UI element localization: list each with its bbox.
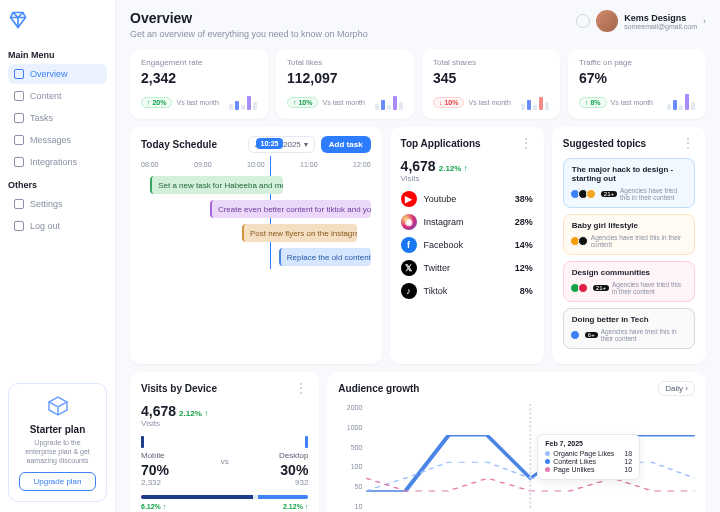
nav-icon (14, 221, 24, 231)
growth-title: Audience growth (338, 383, 419, 394)
mobile-count: 2,332 (141, 478, 211, 487)
topics-title: Suggested topics (563, 138, 646, 149)
page-subtitle: Get an overview of everything you need t… (130, 29, 368, 39)
visits-title: Visits by Device (141, 383, 217, 394)
desktop-pct: 30% (239, 462, 309, 478)
schedule-task[interactable]: Set a new task for Habeeba and message h… (150, 176, 283, 194)
app-row[interactable]: ◉Instagram28% (401, 214, 533, 230)
top-apps-sub: Visits (401, 174, 533, 183)
desktop-label: Desktop (239, 451, 309, 460)
trend-pill: ↑ 20% (141, 97, 172, 108)
twitter-icon: 𝕏 (401, 260, 417, 276)
avatar[interactable] (596, 10, 618, 32)
sidebar: Main Menu OverviewContentTasksMessagesIn… (0, 0, 116, 512)
sidebar-item-tasks[interactable]: Tasks (8, 108, 107, 128)
trend-pill: ↓ 10% (433, 97, 464, 108)
tiktok-icon: ♪ (401, 283, 417, 299)
sidebar-section-others: Others (8, 180, 107, 190)
schedule-task[interactable]: Post new flyers on the instagram page (242, 224, 357, 242)
today-schedule-card: Today Schedule Jan 12, 2025 ▾ Add task 0… (130, 127, 382, 364)
sidebar-item-overview[interactable]: Overview (8, 64, 107, 84)
app-logo (8, 10, 28, 30)
main-content: Overview Get an overview of everything y… (116, 0, 720, 512)
stat-card: Traffic on page67%↑ 8%Vs last month (568, 49, 706, 119)
nav-icon (14, 113, 24, 123)
header-user[interactable]: Kems Designs someemail@gmail.com › (576, 10, 706, 32)
more-icon[interactable]: ⋮ (682, 136, 695, 150)
time-marker: 10:25 (256, 138, 284, 149)
sidebar-item-integrations[interactable]: Integrations (8, 152, 107, 172)
nav-icon (14, 91, 24, 101)
vs-label: vs (221, 457, 229, 466)
growth-chart: 200010005001005010 Feb 7, 2025 Organic P… (338, 404, 695, 512)
desktop-foot: 2.12% ↑ (283, 503, 308, 510)
top-apps-delta: 2.12% ↑ (439, 164, 468, 173)
upgrade-plan-button[interactable]: Upgrade plan (19, 472, 96, 491)
add-task-button[interactable]: Add task (321, 136, 371, 153)
nav-icon (14, 69, 24, 79)
topic-card[interactable]: The major hack to design - starting out2… (563, 158, 695, 208)
trend-pill: ↑ 10% (287, 97, 318, 108)
facebook-icon: f (401, 237, 417, 253)
bell-icon[interactable] (576, 14, 590, 28)
stat-card: Total shares345↓ 10%Vs last month (422, 49, 560, 119)
instagram-icon: ◉ (401, 214, 417, 230)
mobile-pct: 70% (141, 462, 211, 478)
chart-tooltip: Feb 7, 2025 Organic Page Likes18Content … (537, 434, 640, 480)
schedule-title: Today Schedule (141, 139, 217, 150)
suggested-topics-card: Suggested topics ⋮ The major hack to des… (552, 127, 706, 364)
top-apps-value: 4,678 (401, 158, 436, 174)
upgrade-plan-card: Starter plan Upgrade to the enterprise p… (8, 383, 107, 502)
visits-by-device-card: Visits by Device ⋮ 4,678 2.12% ↑ Visits … (130, 372, 319, 512)
device-split-bar (141, 495, 308, 499)
topic-card[interactable]: Baby girl lifestyleAgencies have tried t… (563, 214, 695, 255)
page-title: Overview (130, 10, 368, 26)
sidebar-item-messages[interactable]: Messages (8, 130, 107, 150)
app-row[interactable]: ♪Tiktok8% (401, 283, 533, 299)
visits-sub: Visits (141, 419, 308, 428)
visits-value: 4,678 (141, 403, 176, 419)
period-selector[interactable]: Daily › (658, 381, 695, 396)
chevron-right-icon[interactable]: › (703, 16, 706, 26)
app-row[interactable]: ▶Youtube38% (401, 191, 533, 207)
schedule-task[interactable]: Create even better content for tiktok an… (210, 200, 371, 218)
package-icon (46, 394, 70, 418)
top-applications-card: Top Applications ⋮ 4,678 2.12% ↑ Visits … (390, 127, 544, 364)
user-name: Kems Designs (624, 13, 697, 23)
desktop-bar-icon (305, 436, 308, 448)
stats-row: Engagement rate2,342↑ 20%Vs last monthTo… (130, 49, 706, 119)
mobile-foot: 6.12% ↑ (141, 503, 166, 510)
page-header: Overview Get an overview of everything y… (130, 10, 706, 39)
youtube-icon: ▶ (401, 191, 417, 207)
mobile-label: Mobile (141, 451, 211, 460)
nav-icon (14, 199, 24, 209)
spark-bars (229, 92, 257, 110)
trend-pill: ↑ 8% (579, 97, 607, 108)
visits-delta: 2.12% ↑ (179, 409, 208, 418)
more-icon[interactable]: ⋮ (520, 136, 533, 150)
schedule-task[interactable]: Replace the old content (279, 248, 371, 266)
spark-bars (667, 92, 695, 110)
top-apps-title: Top Applications (401, 138, 481, 149)
sidebar-item-log-out[interactable]: Log out (8, 216, 107, 236)
audience-growth-card: Audience growth Daily › 2000100050010050… (327, 372, 706, 512)
sidebar-item-settings[interactable]: Settings (8, 194, 107, 214)
spark-bars (375, 92, 403, 110)
sidebar-item-content[interactable]: Content (8, 86, 107, 106)
mobile-bar-icon (141, 436, 144, 448)
chevron-down-icon: ▾ (304, 140, 308, 149)
nav-icon (14, 157, 24, 167)
app-row[interactable]: fFacebook14% (401, 237, 533, 253)
nav-icon (14, 135, 24, 145)
topic-card[interactable]: Design communities21+Agencies have tried… (563, 261, 695, 302)
plan-desc: Upgrade to the enterprise plan & get aam… (19, 438, 96, 465)
topic-card[interactable]: Doing better in Tech6+Agencies have trie… (563, 308, 695, 349)
stat-card: Total likes112,097↑ 10%Vs last month (276, 49, 414, 119)
more-icon[interactable]: ⋮ (295, 381, 308, 395)
desktop-count: 932 (239, 478, 309, 487)
app-row[interactable]: 𝕏Twitter12% (401, 260, 533, 276)
user-email: someemail@gmail.com (624, 23, 697, 30)
stat-card: Engagement rate2,342↑ 20%Vs last month (130, 49, 268, 119)
plan-title: Starter plan (19, 424, 96, 435)
sidebar-section-main: Main Menu (8, 50, 107, 60)
